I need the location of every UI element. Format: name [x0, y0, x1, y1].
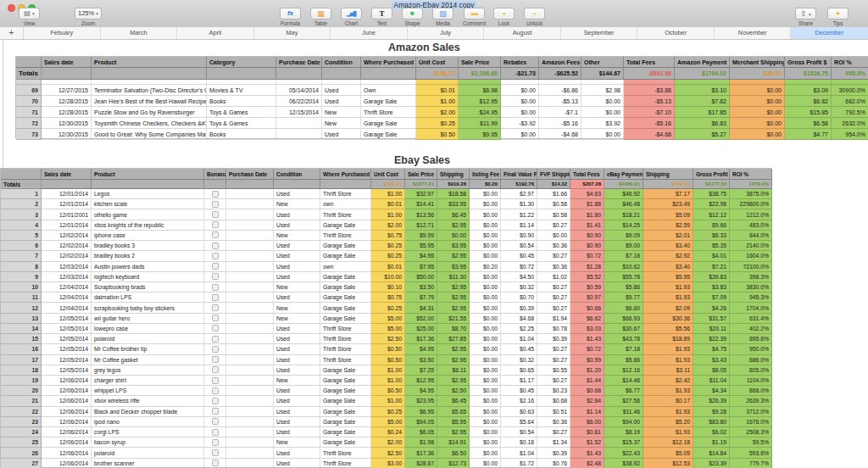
- cell[interactable]: $15.37: [604, 437, 643, 448]
- total-cell[interactable]: [276, 68, 322, 80]
- bonanza-checkbox-cell[interactable]: [204, 448, 226, 458]
- cell[interactable]: $0.72: [570, 344, 604, 354]
- cell[interactable]: $6.11: [437, 365, 470, 376]
- column-header-ebay-payment[interactable]: eBay Payment: [604, 169, 643, 180]
- cell[interactable]: $4.95: [405, 386, 437, 396]
- cell[interactable]: $7.21: [693, 262, 730, 272]
- cell[interactable]: polaroid: [92, 334, 204, 344]
- cell[interactable]: $12.95: [459, 96, 501, 107]
- cell[interactable]: 2140.0%: [730, 241, 772, 251]
- row-number[interactable]: 3: [1, 209, 42, 220]
- cell[interactable]: 1704.0%: [730, 303, 772, 313]
- cell[interactable]: $20.11: [693, 324, 730, 334]
- cell[interactable]: Used: [274, 417, 320, 427]
- cell[interactable]: Garage Sale: [320, 292, 371, 303]
- cell[interactable]: -$4.68: [624, 129, 675, 140]
- cell[interactable]: $1.22: [501, 209, 537, 220]
- cell[interactable]: New: [322, 107, 361, 118]
- cell[interactable]: $43.78: [604, 334, 643, 344]
- cell[interactable]: 12/03/2014: [42, 272, 92, 282]
- checkbox-unchecked-icon[interactable]: [212, 366, 219, 373]
- checkbox-unchecked-icon[interactable]: [212, 304, 219, 311]
- checkbox-unchecked-icon[interactable]: [212, 387, 219, 394]
- cell[interactable]: 2639.3%: [730, 396, 772, 406]
- cell[interactable]: Used: [274, 262, 320, 272]
- column-header-shipping[interactable]: Shipping: [643, 169, 693, 180]
- cell[interactable]: $18.89: [643, 334, 693, 344]
- cell[interactable]: $0.32: [501, 355, 537, 365]
- column-header-sale-price[interactable]: Sale Price: [459, 57, 501, 68]
- cell[interactable]: Books: [207, 96, 276, 107]
- total-cell[interactable]: $28.50: [730, 68, 785, 80]
- cell[interactable]: 483.0%: [730, 220, 772, 231]
- cell[interactable]: $0.10: [371, 282, 405, 292]
- bonanza-checkbox-cell[interactable]: [204, 251, 226, 261]
- cell[interactable]: Garage Sale: [361, 118, 416, 129]
- media-button[interactable]: Media: [432, 8, 453, 26]
- cell[interactable]: [226, 324, 274, 334]
- cell[interactable]: Garage Sale: [320, 396, 371, 406]
- cell[interactable]: $17.85: [675, 107, 730, 118]
- cell[interactable]: $2.95: [437, 220, 470, 231]
- row-number[interactable]: 4: [1, 220, 42, 231]
- total-cell[interactable]: $144.67: [581, 68, 624, 80]
- sheet-tab-june[interactable]: June: [331, 27, 408, 39]
- cell[interactable]: $55.78: [604, 272, 643, 282]
- column-header-unit-cost[interactable]: Unit Cost: [416, 57, 459, 68]
- cell[interactable]: $5.64: [501, 417, 537, 427]
- checkbox-unchecked-icon[interactable]: [212, 408, 219, 415]
- cell[interactable]: $14.25: [604, 220, 643, 231]
- cell[interactable]: $3.50: [405, 355, 437, 365]
- cell[interactable]: 686.0%: [730, 355, 772, 365]
- cell[interactable]: own: [320, 199, 371, 209]
- cell[interactable]: $6.83: [675, 118, 730, 129]
- cell[interactable]: 12/01/2014: [42, 220, 92, 231]
- cell[interactable]: $12.95: [405, 376, 437, 386]
- cell[interactable]: $12.53: [643, 459, 693, 468]
- cell[interactable]: Used: [322, 96, 361, 107]
- cell[interactable]: $30.67: [604, 324, 643, 334]
- cell[interactable]: Thrift Store: [320, 448, 371, 458]
- cell[interactable]: [226, 365, 274, 376]
- cell[interactable]: $1.41: [570, 220, 604, 231]
- bonanza-checkbox-cell[interactable]: [204, 272, 226, 282]
- cell[interactable]: 593.6%: [730, 448, 772, 458]
- total-cell[interactable]: $709.63: [643, 180, 693, 189]
- checkbox-unchecked-icon[interactable]: [212, 221, 219, 228]
- cell[interactable]: $2.84: [570, 396, 604, 406]
- checkbox-unchecked-icon[interactable]: [212, 231, 219, 238]
- cell[interactable]: $0.68: [537, 396, 570, 406]
- checkbox-unchecked-icon[interactable]: [212, 211, 219, 218]
- cell[interactable]: 402.2%: [730, 324, 772, 334]
- sheet-tab-may[interactable]: May: [254, 27, 331, 39]
- cell[interactable]: $12.16: [604, 365, 643, 376]
- row-number[interactable]: 23: [1, 417, 42, 427]
- cell[interactable]: 12/06/2014: [42, 417, 92, 427]
- cell[interactable]: Thrift Store: [320, 231, 371, 241]
- cell[interactable]: $0.00: [470, 355, 501, 365]
- cell[interactable]: 12/27/2015: [42, 85, 92, 96]
- cell[interactable]: $26.39: [693, 396, 730, 406]
- cell[interactable]: $12.73: [437, 459, 470, 468]
- bonanza-checkbox-cell[interactable]: [204, 303, 226, 313]
- total-cell[interactable]: $158.77: [416, 68, 459, 80]
- cell[interactable]: $8.19: [604, 427, 643, 437]
- cell[interactable]: $0.00: [470, 407, 501, 417]
- cell[interactable]: $3.40: [643, 241, 693, 251]
- cell[interactable]: 682.0%: [832, 96, 868, 107]
- cell[interactable]: New: [274, 303, 320, 313]
- column-header-total-fees[interactable]: Total Fees: [570, 169, 604, 180]
- cell[interactable]: $0.27: [537, 303, 570, 313]
- sheet-tab-november[interactable]: November: [715, 27, 792, 39]
- cell[interactable]: Used: [274, 427, 320, 437]
- cell[interactable]: Used: [322, 85, 361, 96]
- cell[interactable]: [226, 262, 274, 272]
- cell[interactable]: 631.4%: [730, 314, 772, 324]
- cell[interactable]: $7.79: [405, 292, 437, 303]
- row-number[interactable]: 20: [1, 386, 42, 396]
- cell[interactable]: $8.05: [693, 365, 730, 376]
- cell[interactable]: $1.14: [501, 220, 537, 231]
- cell[interactable]: $6.00: [570, 417, 604, 427]
- cell[interactable]: $14.84: [693, 448, 730, 458]
- cell[interactable]: $5.56: [643, 324, 693, 334]
